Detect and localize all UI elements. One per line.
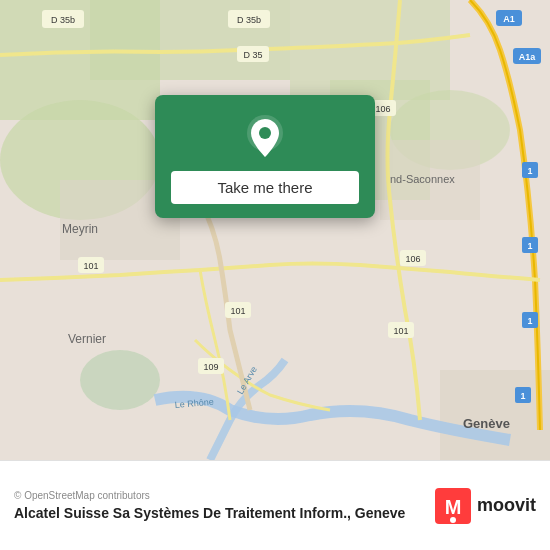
svg-text:nd-Saconnex: nd-Saconnex — [390, 173, 455, 185]
svg-text:D 35b: D 35b — [51, 15, 75, 25]
svg-text:106: 106 — [375, 104, 390, 114]
svg-point-7 — [80, 350, 160, 410]
attribution: © OpenStreetMap contributors — [14, 490, 425, 501]
svg-text:1: 1 — [527, 166, 532, 176]
svg-text:A1: A1 — [503, 14, 515, 24]
bottom-bar: © OpenStreetMap contributors Alcatel Sui… — [0, 460, 550, 550]
popup-card: Take me there — [155, 95, 375, 218]
svg-text:Vernier: Vernier — [68, 332, 106, 346]
svg-point-48 — [259, 127, 271, 139]
map-svg: D 35b D 35b D 35 A1 A1a 106 106 101 101 … — [0, 0, 550, 460]
moovit-label: moovit — [477, 495, 536, 516]
take-me-there-button[interactable]: Take me there — [171, 171, 359, 204]
svg-text:1: 1 — [520, 391, 525, 401]
place-name: Alcatel Suisse Sa Systèmes De Traitement… — [14, 505, 425, 521]
svg-text:Meyrin: Meyrin — [62, 222, 98, 236]
svg-text:101: 101 — [83, 261, 98, 271]
svg-text:101: 101 — [230, 306, 245, 316]
svg-text:1: 1 — [527, 241, 532, 251]
svg-point-51 — [450, 517, 456, 523]
svg-text:M: M — [445, 496, 462, 518]
svg-text:1: 1 — [527, 316, 532, 326]
moovit-icon: M — [435, 488, 471, 524]
svg-text:D 35b: D 35b — [237, 15, 261, 25]
svg-rect-10 — [440, 370, 550, 460]
moovit-logo: M moovit — [435, 488, 536, 524]
map-container: D 35b D 35b D 35 A1 A1a 106 106 101 101 … — [0, 0, 550, 460]
svg-text:D 35: D 35 — [243, 50, 262, 60]
svg-text:A1a: A1a — [519, 52, 537, 62]
location-pin-icon — [241, 113, 289, 161]
svg-text:109: 109 — [203, 362, 218, 372]
svg-text:101: 101 — [393, 326, 408, 336]
bottom-info: © OpenStreetMap contributors Alcatel Sui… — [14, 490, 425, 521]
svg-text:106: 106 — [405, 254, 420, 264]
svg-text:Genève: Genève — [463, 416, 510, 431]
